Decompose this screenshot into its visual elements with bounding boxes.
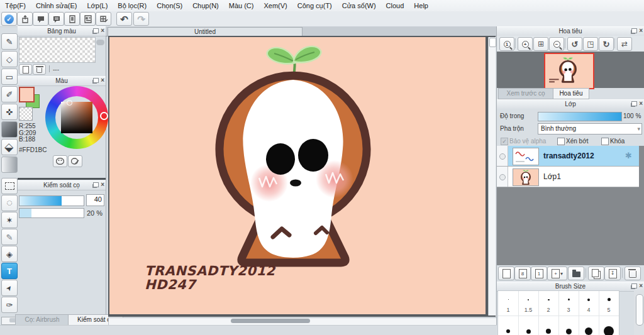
- canvas-hscroll-thumb[interactable]: [231, 319, 310, 323]
- close-icon[interactable]: ×: [639, 101, 643, 106]
- popout-icon[interactable]: [93, 78, 99, 83]
- menu-layer[interactable]: Lớp(L): [82, 0, 113, 11]
- popout-icon[interactable]: [631, 28, 637, 33]
- text-tool-button[interactable]: T: [1, 263, 18, 279]
- navigator-preview[interactable]: [497, 52, 644, 88]
- comment-button[interactable]: [33, 12, 48, 26]
- eraser-tool-button[interactable]: ◇: [1, 51, 18, 67]
- brush-size-scrollbar[interactable]: [634, 290, 644, 335]
- canvas-vscroll-thumb[interactable]: [489, 38, 496, 47]
- document-button[interactable]: [64, 12, 80, 26]
- canvas-vertical-scrollbar[interactable]: [488, 37, 496, 316]
- rotate-reset-button[interactable]: ◳: [583, 37, 598, 51]
- brush-size-cell[interactable]: 2: [538, 291, 559, 335]
- primary-color-swatch[interactable]: [19, 87, 35, 102]
- lock-checkbox[interactable]: [601, 138, 609, 145]
- menu-capture[interactable]: Chụp(N): [187, 0, 224, 11]
- brush-size-cell[interactable]: 3: [558, 291, 579, 335]
- menu-file[interactable]: Tệp(F): [0, 0, 31, 11]
- color-panel-titlebar[interactable]: Màu ×: [18, 76, 106, 86]
- preserve-alpha-checkbox[interactable]: ✓: [501, 138, 508, 145]
- share-button[interactable]: [17, 12, 33, 26]
- merge-layer-button[interactable]: ↧: [604, 266, 621, 280]
- zoom-in-button[interactable]: +: [518, 37, 533, 51]
- swatch-display[interactable]: [1, 121, 18, 138]
- menu-select[interactable]: Chọn(S): [152, 0, 187, 11]
- popout-icon[interactable]: [631, 283, 637, 288]
- close-icon[interactable]: ×: [101, 78, 104, 83]
- navigator-titlebar[interactable]: Hoa tiêu ×: [497, 26, 644, 36]
- bucket-tool-button[interactable]: ◪: [1, 139, 18, 155]
- pointer-tool-button[interactable]: ➤: [1, 280, 18, 296]
- swatch-delete-button[interactable]: [33, 64, 46, 75]
- menu-help[interactable]: Help: [409, 0, 433, 11]
- grid-edit-button[interactable]: [96, 12, 111, 26]
- new-vector-layer-button[interactable]: 1: [531, 266, 547, 280]
- eyedropper-tool-button[interactable]: ✑: [1, 297, 18, 313]
- brush-size-cell[interactable]: 4: [579, 291, 599, 335]
- close-icon[interactable]: ×: [639, 28, 643, 33]
- undo-button[interactable]: ↶: [116, 12, 132, 26]
- close-icon[interactable]: ×: [639, 283, 643, 288]
- brush-size-scroll-thumb[interactable]: [636, 294, 643, 326]
- tab-navigator[interactable]: Hoa tiêu: [553, 88, 589, 99]
- layer-visibility-cell[interactable]: [497, 146, 508, 166]
- color-mixer-button-2[interactable]: [68, 155, 82, 167]
- brush-size-cell[interactable]: 5: [599, 291, 619, 335]
- layer-row-lop1[interactable]: Lớp1: [497, 167, 639, 187]
- new-folder-button[interactable]: [568, 266, 584, 280]
- new-layer-menu-button[interactable]: + ▾: [547, 266, 567, 280]
- zoom-out-button[interactable]: −: [549, 37, 564, 51]
- new-layer-button[interactable]: [498, 266, 514, 280]
- menu-color[interactable]: Màu (C): [224, 0, 259, 11]
- rotate-ccw-button[interactable]: ↺: [567, 37, 582, 51]
- new-pixel-layer-button[interactable]: 8: [514, 266, 531, 280]
- comment-lines-button[interactable]: [48, 12, 64, 26]
- brush-size-value[interactable]: 40: [86, 194, 104, 206]
- brush-size-cell[interactable]: 1.5: [518, 291, 539, 335]
- swatch-new-button[interactable]: [19, 64, 32, 75]
- document-list-button[interactable]: [80, 12, 96, 26]
- canvas[interactable]: TRANSADTY2012 HD247: [109, 37, 486, 314]
- blend-mode-dropdown[interactable]: Bình thường ▾: [538, 123, 642, 135]
- layer-opacity-slider[interactable]: [538, 112, 622, 121]
- sync-button[interactable]: ✓: [1, 12, 17, 26]
- delete-layer-button[interactable]: [625, 266, 641, 280]
- move-tool-button[interactable]: ✜: [1, 104, 18, 120]
- zoom-100-button[interactable]: 1: [499, 37, 514, 51]
- clipping-checkbox[interactable]: [557, 138, 565, 145]
- menu-tools[interactable]: Công cụ(T): [292, 0, 337, 11]
- menu-filter[interactable]: Bộ lọc(R): [113, 0, 152, 11]
- fit-window-button[interactable]: ⊞: [533, 37, 548, 51]
- saturation-value-square[interactable]: [61, 102, 92, 133]
- close-icon[interactable]: ×: [101, 182, 104, 187]
- popout-icon[interactable]: [93, 182, 99, 187]
- layer-visibility-cell[interactable]: [497, 167, 508, 187]
- close-icon[interactable]: ×: [101, 28, 104, 33]
- shape-tool-button[interactable]: ▭: [1, 69, 18, 85]
- brush-control-titlebar[interactable]: Kiểm soát cọ ×: [18, 180, 106, 190]
- brush-density-slider[interactable]: [19, 208, 84, 218]
- select-eraser-tool-button[interactable]: ◈: [1, 246, 18, 262]
- brush-size-cell[interactable]: 1: [498, 291, 519, 335]
- rotate-cw-button[interactable]: ↻: [599, 37, 614, 51]
- menu-edit[interactable]: Chỉnh sửa(E): [31, 0, 82, 11]
- layer-panel-titlebar[interactable]: Lớp ×: [497, 99, 644, 109]
- layer-row-text[interactable]: transadty2012 ✱: [497, 146, 639, 167]
- select-pen-tool-button[interactable]: ✎: [1, 229, 18, 245]
- swatch-grid[interactable]: [19, 37, 96, 63]
- canvas-artwork[interactable]: TRANSADTY2012 HD247: [109, 37, 486, 314]
- duplicate-layer-button[interactable]: [588, 266, 604, 280]
- pen-tool-button[interactable]: ✎: [1, 33, 18, 50]
- tab-brush-preview[interactable]: Xem trước cọ: [498, 88, 553, 99]
- hue-selector[interactable]: [100, 112, 108, 120]
- popout-icon[interactable]: [93, 28, 99, 33]
- gradient-tool-button[interactable]: [1, 157, 18, 173]
- brush-tool-button[interactable]: ✐: [1, 86, 18, 102]
- swatches-panel-titlebar[interactable]: Bảng màu ×: [18, 26, 106, 36]
- magic-wand-tool-button[interactable]: ✶: [1, 212, 18, 228]
- menu-view[interactable]: Xem(V): [258, 0, 292, 11]
- navigator-thumbnail[interactable]: [544, 53, 594, 89]
- tab-brush-airbrush[interactable]: Cọ: Airbrush: [15, 314, 69, 326]
- transparent-color-swatch[interactable]: [19, 107, 33, 121]
